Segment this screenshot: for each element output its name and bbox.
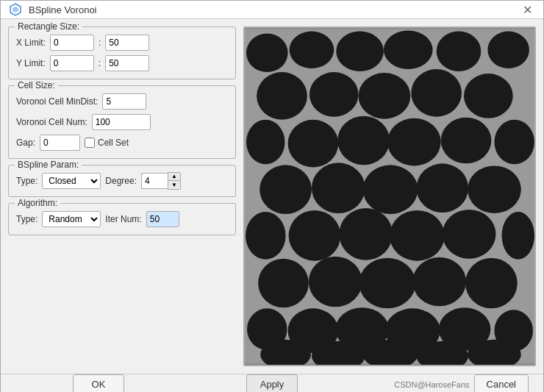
degree-spinner: ▲ ▼ (141, 173, 181, 189)
cell-set-label: Cell Set (98, 138, 129, 148)
cell-num-input[interactable] (92, 114, 151, 130)
algorithm-group: Algorithm: Type: Random Uniform Halton I… (8, 203, 236, 235)
cell-size-group: Cell Size: Voronoi Cell MinDist: Voronoi… (8, 85, 236, 159)
svg-point-3 (246, 34, 288, 73)
x-colon: : (99, 38, 101, 48)
y-limit-min-input[interactable] (50, 55, 94, 71)
svg-point-24 (468, 165, 521, 213)
footer-center: Apply (189, 374, 355, 392)
degree-input[interactable] (141, 173, 168, 189)
bspline-type-select[interactable]: Closed Open Clamped (42, 173, 101, 189)
svg-point-26 (289, 210, 341, 261)
x-limit-max-input[interactable] (105, 35, 149, 51)
y-limit-label: Y Limit: (16, 58, 46, 68)
app-icon (8, 2, 23, 17)
iter-num-input[interactable] (146, 211, 179, 227)
degree-increment-btn[interactable]: ▲ (168, 173, 180, 181)
min-dist-input[interactable] (102, 93, 146, 110)
ok-button[interactable]: OK (73, 374, 124, 392)
close-button[interactable]: ✕ (518, 1, 536, 18)
svg-point-30 (502, 212, 534, 260)
svg-point-18 (441, 118, 492, 164)
content-area: Rectangle Size: X Limit: : Y Limit: : Ce… (1, 19, 543, 374)
algorithm-label: Algorithm: (15, 198, 60, 208)
degree-decrement-btn[interactable]: ▼ (168, 181, 180, 189)
svg-point-20 (260, 165, 312, 214)
cell-set-checkbox[interactable] (85, 138, 95, 148)
apply-button[interactable]: Apply (246, 374, 298, 392)
algorithm-row: Type: Random Uniform Halton Iter Num: (16, 211, 228, 227)
algorithm-type-select[interactable]: Random Uniform Halton (42, 211, 101, 227)
svg-point-22 (363, 165, 418, 214)
rectangle-size-label: Rectangle Size: (15, 21, 82, 32)
svg-point-29 (443, 210, 496, 259)
cell-size-label: Cell Size: (15, 80, 58, 90)
svg-point-11 (359, 73, 411, 119)
svg-point-6 (384, 31, 433, 70)
y-colon: : (99, 58, 101, 68)
svg-marker-1 (12, 7, 18, 13)
svg-point-32 (309, 257, 362, 307)
cell-set-wrapper: Cell Set (85, 138, 129, 148)
svg-point-16 (337, 116, 390, 165)
svg-point-15 (288, 120, 339, 168)
svg-point-14 (246, 120, 285, 165)
bspline-row: Type: Closed Open Clamped Degree: ▲ ▼ (16, 173, 228, 189)
svg-point-28 (390, 210, 445, 261)
rectangle-size-group: Rectangle Size: X Limit: : Y Limit: : (8, 26, 236, 79)
y-limit-max-input[interactable] (105, 55, 149, 71)
svg-point-4 (290, 32, 334, 69)
footer-right: CSDN@HaroseFans Cancel (362, 374, 529, 392)
preview-panel (243, 26, 536, 366)
gap-label: Gap: (16, 138, 35, 148)
bspline-type-label: Type: (16, 176, 37, 186)
degree-label: Degree: (105, 176, 137, 186)
x-limit-row: X Limit: : (16, 35, 228, 51)
left-panel: Rectangle Size: X Limit: : Y Limit: : Ce… (8, 26, 236, 366)
min-dist-label: Voronoi Cell MinDist: (16, 96, 98, 107)
svg-point-19 (494, 120, 534, 165)
svg-point-27 (339, 208, 393, 260)
bspline-label: BSpline Param: (15, 160, 82, 170)
y-limit-row: Y Limit: : (16, 55, 228, 71)
svg-point-8 (487, 32, 529, 69)
watermark-text: CSDN@HaroseFans (394, 380, 469, 389)
gap-row: Gap: Cell Set (16, 135, 228, 151)
iter-num-label: Iter Num: (105, 214, 141, 224)
footer: OK Apply CSDN@HaroseFans Cancel (1, 374, 543, 392)
svg-point-34 (412, 257, 466, 307)
svg-point-17 (387, 118, 441, 166)
x-limit-label: X Limit: (16, 38, 46, 48)
title-bar: BSpline Voronoi ✕ (1, 1, 543, 19)
gap-input[interactable] (40, 135, 80, 151)
svg-point-21 (312, 163, 365, 213)
svg-point-13 (464, 74, 513, 118)
svg-point-33 (359, 258, 416, 309)
svg-point-5 (336, 32, 384, 72)
x-limit-min-input[interactable] (50, 35, 94, 51)
cell-num-label: Voronoi Cell Num: (16, 117, 87, 127)
min-dist-row: Voronoi Cell MinDist: (16, 93, 228, 110)
svg-point-35 (465, 258, 518, 309)
algorithm-type-label: Type: (16, 214, 37, 224)
svg-point-25 (246, 212, 286, 260)
footer-left: OK (15, 374, 182, 392)
cell-num-row: Voronoi Cell Num: (16, 114, 228, 130)
bspline-group: BSpline Param: Type: Closed Open Clamped… (8, 165, 236, 197)
svg-point-23 (416, 163, 468, 213)
cancel-button[interactable]: Cancel (474, 374, 529, 392)
dialog: BSpline Voronoi ✕ Rectangle Size: X Limi… (0, 0, 544, 392)
svg-point-9 (257, 72, 307, 120)
svg-point-10 (309, 72, 359, 117)
degree-spinner-btns: ▲ ▼ (168, 172, 181, 190)
svg-point-7 (437, 32, 482, 72)
preview-svg (245, 28, 534, 365)
svg-point-12 (411, 69, 462, 117)
dialog-title: BSpline Voronoi (29, 4, 518, 15)
svg-point-31 (258, 259, 309, 308)
